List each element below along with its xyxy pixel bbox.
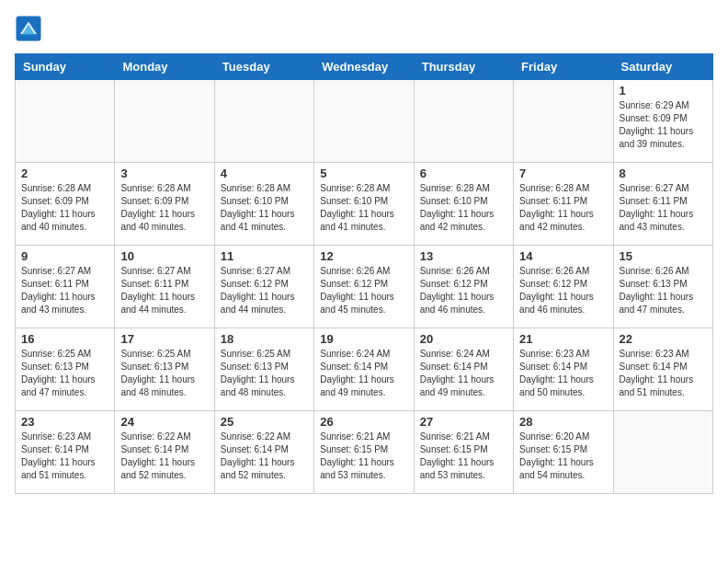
calendar-cell: 19Sunrise: 6:24 AM Sunset: 6:14 PM Dayli… bbox=[314, 328, 414, 411]
weekday-header-wednesday: Wednesday bbox=[314, 54, 414, 80]
header bbox=[15, 15, 713, 42]
calendar-cell: 10Sunrise: 6:27 AM Sunset: 6:11 PM Dayli… bbox=[115, 246, 214, 328]
day-number: 3 bbox=[120, 167, 208, 180]
day-info: Sunrise: 6:25 AM Sunset: 6:13 PM Dayligh… bbox=[120, 348, 208, 399]
logo-icon bbox=[15, 15, 42, 42]
day-number: 26 bbox=[320, 415, 407, 429]
day-info: Sunrise: 6:25 AM Sunset: 6:13 PM Dayligh… bbox=[221, 348, 308, 399]
day-info: Sunrise: 6:28 AM Sunset: 6:10 PM Dayligh… bbox=[320, 182, 407, 234]
day-info: Sunrise: 6:23 AM Sunset: 6:14 PM Dayligh… bbox=[620, 348, 707, 399]
calendar-header: SundayMondayTuesdayWednesdayThursdayFrid… bbox=[16, 54, 713, 80]
calendar-cell bbox=[214, 80, 313, 163]
day-info: Sunrise: 6:28 AM Sunset: 6:09 PM Dayligh… bbox=[21, 182, 108, 234]
calendar-cell: 22Sunrise: 6:23 AM Sunset: 6:14 PM Dayli… bbox=[613, 328, 712, 411]
weekday-header-tuesday: Tuesday bbox=[214, 54, 313, 80]
header-row: SundayMondayTuesdayWednesdayThursdayFrid… bbox=[16, 54, 713, 80]
day-info: Sunrise: 6:27 AM Sunset: 6:12 PM Dayligh… bbox=[221, 265, 308, 316]
day-number: 24 bbox=[120, 415, 208, 429]
day-info: Sunrise: 6:26 AM Sunset: 6:12 PM Dayligh… bbox=[320, 265, 407, 316]
calendar-cell: 27Sunrise: 6:21 AM Sunset: 6:15 PM Dayli… bbox=[414, 411, 513, 494]
day-number: 25 bbox=[221, 415, 308, 429]
day-number: 2 bbox=[21, 167, 108, 180]
day-info: Sunrise: 6:21 AM Sunset: 6:15 PM Dayligh… bbox=[420, 431, 507, 482]
calendar-cell: 4Sunrise: 6:28 AM Sunset: 6:10 PM Daylig… bbox=[214, 163, 313, 246]
day-number: 11 bbox=[221, 249, 308, 263]
day-info: Sunrise: 6:27 AM Sunset: 6:11 PM Dayligh… bbox=[120, 265, 208, 316]
day-info: Sunrise: 6:28 AM Sunset: 6:09 PM Dayligh… bbox=[120, 182, 208, 234]
day-info: Sunrise: 6:22 AM Sunset: 6:14 PM Dayligh… bbox=[120, 431, 208, 482]
day-number: 13 bbox=[420, 249, 507, 263]
calendar-cell: 17Sunrise: 6:25 AM Sunset: 6:13 PM Dayli… bbox=[115, 328, 214, 411]
day-info: Sunrise: 6:21 AM Sunset: 6:15 PM Dayligh… bbox=[320, 431, 407, 482]
day-info: Sunrise: 6:27 AM Sunset: 6:11 PM Dayligh… bbox=[21, 265, 108, 316]
calendar-cell: 25Sunrise: 6:22 AM Sunset: 6:14 PM Dayli… bbox=[214, 411, 313, 494]
calendar-cell: 1Sunrise: 6:29 AM Sunset: 6:09 PM Daylig… bbox=[613, 80, 712, 163]
calendar-cell bbox=[414, 80, 513, 163]
calendar-cell: 11Sunrise: 6:27 AM Sunset: 6:12 PM Dayli… bbox=[214, 246, 313, 328]
day-number: 1 bbox=[620, 84, 707, 98]
day-number: 5 bbox=[320, 167, 407, 180]
day-number: 20 bbox=[420, 332, 507, 346]
day-number: 8 bbox=[620, 167, 707, 180]
calendar-cell: 8Sunrise: 6:27 AM Sunset: 6:11 PM Daylig… bbox=[613, 163, 712, 246]
day-number: 22 bbox=[620, 332, 707, 346]
calendar-cell: 21Sunrise: 6:23 AM Sunset: 6:14 PM Dayli… bbox=[514, 328, 613, 411]
day-number: 17 bbox=[120, 332, 208, 346]
day-info: Sunrise: 6:24 AM Sunset: 6:14 PM Dayligh… bbox=[320, 348, 407, 399]
day-number: 6 bbox=[420, 167, 507, 180]
calendar-cell: 15Sunrise: 6:26 AM Sunset: 6:13 PM Dayli… bbox=[613, 246, 712, 328]
weekday-header-saturday: Saturday bbox=[613, 54, 712, 80]
day-number: 7 bbox=[519, 167, 607, 180]
weekday-header-thursday: Thursday bbox=[414, 54, 513, 80]
calendar-cell: 20Sunrise: 6:24 AM Sunset: 6:14 PM Dayli… bbox=[414, 328, 513, 411]
calendar-cell: 28Sunrise: 6:20 AM Sunset: 6:15 PM Dayli… bbox=[514, 411, 613, 494]
calendar-cell: 16Sunrise: 6:25 AM Sunset: 6:13 PM Dayli… bbox=[16, 328, 115, 411]
day-info: Sunrise: 6:20 AM Sunset: 6:15 PM Dayligh… bbox=[519, 431, 607, 482]
day-number: 27 bbox=[420, 415, 507, 429]
day-info: Sunrise: 6:26 AM Sunset: 6:12 PM Dayligh… bbox=[420, 265, 507, 316]
day-number: 23 bbox=[21, 415, 108, 429]
calendar-week-4: 16Sunrise: 6:25 AM Sunset: 6:13 PM Dayli… bbox=[16, 328, 713, 411]
calendar-cell: 24Sunrise: 6:22 AM Sunset: 6:14 PM Dayli… bbox=[115, 411, 214, 494]
weekday-header-sunday: Sunday bbox=[16, 54, 115, 80]
day-info: Sunrise: 6:26 AM Sunset: 6:12 PM Dayligh… bbox=[519, 265, 607, 316]
calendar-week-5: 23Sunrise: 6:23 AM Sunset: 6:14 PM Dayli… bbox=[16, 411, 713, 494]
calendar-table: SundayMondayTuesdayWednesdayThursdayFrid… bbox=[15, 53, 713, 494]
day-info: Sunrise: 6:26 AM Sunset: 6:13 PM Dayligh… bbox=[620, 265, 707, 316]
calendar-cell: 3Sunrise: 6:28 AM Sunset: 6:09 PM Daylig… bbox=[115, 163, 214, 246]
day-info: Sunrise: 6:24 AM Sunset: 6:14 PM Dayligh… bbox=[420, 348, 507, 399]
day-info: Sunrise: 6:27 AM Sunset: 6:11 PM Dayligh… bbox=[620, 182, 707, 234]
day-number: 16 bbox=[21, 332, 108, 346]
day-info: Sunrise: 6:25 AM Sunset: 6:13 PM Dayligh… bbox=[21, 348, 108, 399]
calendar-cell: 12Sunrise: 6:26 AM Sunset: 6:12 PM Dayli… bbox=[314, 246, 414, 328]
day-number: 4 bbox=[221, 167, 308, 180]
day-info: Sunrise: 6:28 AM Sunset: 6:11 PM Dayligh… bbox=[519, 182, 607, 234]
weekday-header-monday: Monday bbox=[115, 54, 214, 80]
day-number: 28 bbox=[519, 415, 607, 429]
calendar-cell bbox=[16, 80, 115, 163]
calendar-cell bbox=[613, 411, 712, 494]
day-number: 18 bbox=[221, 332, 308, 346]
calendar-cell: 9Sunrise: 6:27 AM Sunset: 6:11 PM Daylig… bbox=[16, 246, 115, 328]
day-info: Sunrise: 6:22 AM Sunset: 6:14 PM Dayligh… bbox=[221, 431, 308, 482]
day-info: Sunrise: 6:29 AM Sunset: 6:09 PM Dayligh… bbox=[620, 99, 707, 151]
day-info: Sunrise: 6:23 AM Sunset: 6:14 PM Dayligh… bbox=[21, 431, 108, 482]
calendar-cell: 13Sunrise: 6:26 AM Sunset: 6:12 PM Dayli… bbox=[414, 246, 513, 328]
day-info: Sunrise: 6:28 AM Sunset: 6:10 PM Dayligh… bbox=[221, 182, 308, 234]
calendar-week-1: 1Sunrise: 6:29 AM Sunset: 6:09 PM Daylig… bbox=[16, 80, 713, 163]
calendar-week-3: 9Sunrise: 6:27 AM Sunset: 6:11 PM Daylig… bbox=[16, 246, 713, 328]
calendar-cell bbox=[314, 80, 414, 163]
calendar-week-2: 2Sunrise: 6:28 AM Sunset: 6:09 PM Daylig… bbox=[16, 163, 713, 246]
calendar-cell: 2Sunrise: 6:28 AM Sunset: 6:09 PM Daylig… bbox=[16, 163, 115, 246]
day-number: 10 bbox=[120, 249, 208, 263]
day-number: 21 bbox=[519, 332, 607, 346]
calendar-cell: 23Sunrise: 6:23 AM Sunset: 6:14 PM Dayli… bbox=[16, 411, 115, 494]
calendar-cell: 26Sunrise: 6:21 AM Sunset: 6:15 PM Dayli… bbox=[314, 411, 414, 494]
calendar-cell: 7Sunrise: 6:28 AM Sunset: 6:11 PM Daylig… bbox=[514, 163, 613, 246]
calendar-body: 1Sunrise: 6:29 AM Sunset: 6:09 PM Daylig… bbox=[16, 80, 713, 494]
day-number: 9 bbox=[21, 249, 108, 263]
calendar-cell: 5Sunrise: 6:28 AM Sunset: 6:10 PM Daylig… bbox=[314, 163, 414, 246]
day-info: Sunrise: 6:23 AM Sunset: 6:14 PM Dayligh… bbox=[519, 348, 607, 399]
calendar-cell bbox=[115, 80, 214, 163]
day-number: 15 bbox=[620, 249, 707, 263]
